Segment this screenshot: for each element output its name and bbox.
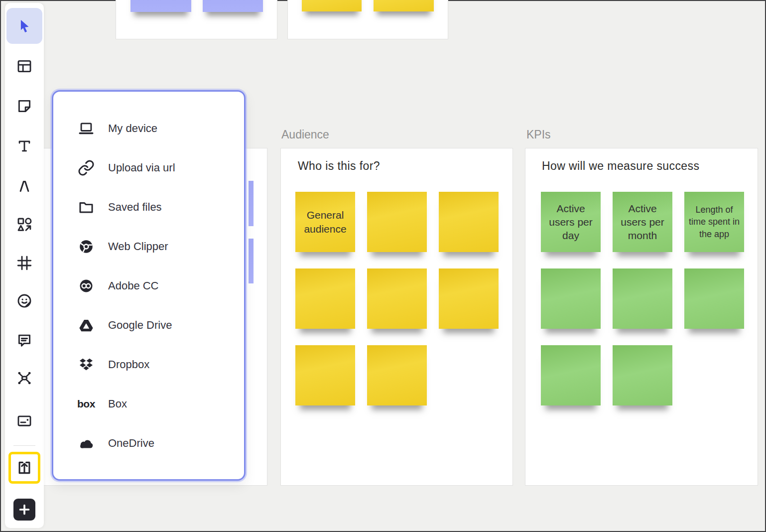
laptop-icon — [77, 120, 95, 137]
sticky-note[interactable]: Active users per month — [613, 192, 672, 252]
tool-templates[interactable] — [16, 58, 33, 75]
card-title-audience[interactable]: Who is this for? — [298, 159, 380, 173]
sticky-note[interactable] — [302, 0, 362, 11]
card-icon — [16, 412, 33, 429]
menu-item-label: Web Clipper — [108, 240, 168, 253]
upload-menu: My device Upload via url Saved files — [52, 90, 246, 481]
tool-sticky-note[interactable] — [16, 98, 33, 115]
card-title-kpis[interactable]: How will we measure success — [542, 159, 699, 173]
sticky-text: Active users per month — [616, 202, 669, 243]
text-icon — [16, 137, 33, 154]
sticky-note[interactable] — [439, 268, 499, 329]
dropbox-icon — [77, 356, 95, 374]
cursor-icon — [16, 17, 33, 34]
menu-item-label: OneDrive — [108, 437, 154, 450]
plus-icon — [16, 501, 33, 518]
frame-icon — [16, 255, 33, 271]
toolbar-divider — [13, 445, 35, 446]
tool-connector[interactable] — [16, 370, 33, 387]
board-card-partial-top-left[interactable] — [116, 0, 277, 39]
sticky-note[interactable]: Active users per day — [541, 192, 601, 252]
sticky-note[interactable]: Length of time spent in the app — [684, 192, 744, 252]
sticky-grid-audience: General audience — [295, 192, 499, 405]
sticky-note[interactable] — [249, 239, 254, 283]
google-drive-icon — [77, 316, 95, 334]
sticky-note[interactable]: General audience — [295, 192, 355, 252]
menu-item-label: Upload via url — [108, 161, 175, 174]
sticky-note[interactable] — [295, 268, 355, 329]
menu-item-label: Saved files — [108, 201, 162, 214]
section-label-kpis[interactable]: KPIs — [526, 128, 551, 141]
pen-icon — [16, 177, 33, 194]
sticky-note[interactable] — [130, 0, 191, 12]
menu-item-label: Box — [108, 398, 127, 410]
whiteboard-canvas: d Audience Who is this for? General audi… — [0, 0, 766, 532]
menu-item-onedrive[interactable]: OneDrive — [53, 423, 244, 463]
templates-icon — [16, 58, 33, 75]
menu-item-upload-via-url[interactable]: Upload via url — [53, 148, 244, 187]
section-label-audience[interactable]: Audience — [281, 128, 329, 141]
toolbar — [5, 3, 44, 528]
menu-item-label: Adobe CC — [108, 279, 159, 292]
board-card-audience[interactable]: Who is this for? General audience — [280, 148, 513, 486]
menu-item-box[interactable]: box Box — [53, 384, 244, 423]
menu-item-saved-files[interactable]: Saved files — [53, 187, 244, 227]
menu-item-label: Google Drive — [108, 319, 172, 332]
box-wordmark: box — [77, 398, 95, 410]
connector-icon — [16, 370, 33, 387]
comment-icon — [16, 332, 33, 349]
sticky-note[interactable] — [541, 345, 601, 405]
sticker-icon — [16, 292, 33, 309]
sticky-note[interactable] — [439, 192, 499, 252]
menu-item-adobe-cc[interactable]: Adobe CC — [53, 266, 244, 305]
sticky-note[interactable] — [613, 345, 672, 405]
tool-select[interactable] — [6, 8, 42, 44]
menu-item-label: My device — [108, 122, 157, 135]
shapes-icon — [16, 216, 33, 233]
chrome-icon — [77, 238, 95, 256]
adobe-cc-icon — [77, 277, 95, 295]
menu-item-dropbox[interactable]: Dropbox — [53, 345, 244, 384]
link-icon — [77, 159, 95, 177]
tool-card[interactable] — [16, 412, 33, 429]
folder-icon — [77, 198, 95, 216]
menu-item-my-device[interactable]: My device — [53, 109, 244, 148]
tool-comment[interactable] — [16, 332, 33, 349]
sticky-note[interactable] — [684, 268, 744, 329]
sticky-note[interactable] — [374, 0, 434, 11]
menu-item-google-drive[interactable]: Google Drive — [53, 305, 244, 345]
sticky-note[interactable] — [295, 345, 355, 405]
tool-sticker[interactable] — [16, 292, 33, 309]
tool-frame[interactable] — [16, 255, 33, 271]
tool-pen[interactable] — [16, 177, 33, 194]
board-card-kpis[interactable]: How will we measure success Active users… — [525, 148, 758, 486]
sticky-note[interactable] — [541, 268, 601, 329]
menu-item-label: Dropbox — [108, 358, 149, 371]
sticky-note[interactable] — [367, 192, 427, 252]
box-logo-icon: box — [77, 395, 95, 413]
tool-upload[interactable] — [8, 452, 40, 484]
sticky-note[interactable] — [613, 268, 672, 329]
sticky-note[interactable] — [249, 181, 254, 226]
board-card-partial-top-right[interactable] — [287, 0, 448, 39]
onedrive-icon — [77, 434, 95, 452]
sticky-note[interactable] — [367, 345, 427, 405]
tool-text[interactable] — [16, 137, 33, 154]
add-tool-button[interactable] — [13, 499, 35, 521]
sticky-note[interactable] — [367, 268, 427, 329]
sticky-text: Length of time spent in the app — [687, 204, 741, 240]
menu-item-web-clipper[interactable]: Web Clipper — [53, 227, 244, 266]
sticky-text: Active users per day — [544, 202, 598, 243]
sticky-grid-kpis: Active users per day Active users per mo… — [541, 192, 744, 405]
sticky-note-icon — [16, 98, 33, 115]
tool-shapes[interactable] — [16, 216, 33, 233]
sticky-text: General audience — [298, 208, 352, 236]
upload-icon — [16, 459, 33, 476]
sticky-note[interactable] — [203, 0, 263, 12]
